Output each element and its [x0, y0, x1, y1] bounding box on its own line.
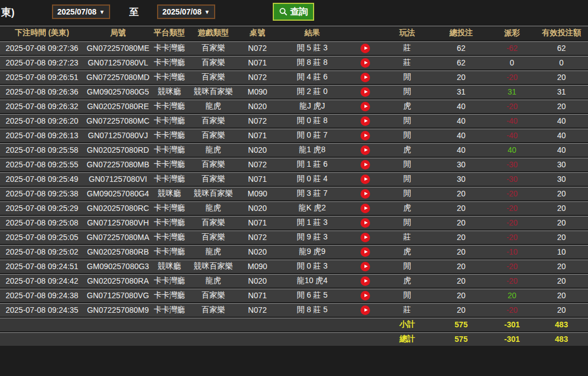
platform-cell: 卡卡灣廳	[152, 158, 187, 172]
col-header-game-type: 遊戲類型	[187, 26, 240, 41]
play-video-button[interactable]	[361, 102, 370, 111]
payout-cell: -20	[489, 187, 535, 201]
play-video-button[interactable]	[361, 145, 370, 155]
play-icon	[364, 206, 368, 210]
table-row: 2025-07-08 09:25:49 GN071257080VI 卡卡灣廳 百…	[0, 172, 588, 187]
replay-cell	[349, 260, 381, 274]
replay-cell	[349, 41, 381, 56]
table-no-cell: M090	[240, 85, 275, 100]
game-type-cell: 競咪百家樂	[187, 187, 240, 201]
play-video-button[interactable]	[361, 73, 370, 82]
play-video-button[interactable]	[361, 189, 370, 199]
payout-cell: -20	[489, 70, 535, 85]
payout-cell: 0	[489, 56, 535, 70]
bet-records-table: 下注時間 (美東) 局號 平台類型 遊戲類型 桌號 結果 玩法 總投注 派彩 有…	[0, 26, 588, 347]
bet-type-cell: 閒	[381, 289, 433, 303]
subtotal-valid-bet: 483	[535, 318, 588, 332]
play-icon	[364, 177, 368, 181]
game-type-cell: 百家樂	[187, 114, 240, 129]
bet-time-cell: 2025-07-08 09:24:42	[0, 274, 84, 289]
table-no-cell: N072	[240, 158, 275, 172]
result-cell: 閒 0 莊 7	[275, 129, 349, 143]
platform-cell: 競咪廳	[152, 260, 187, 274]
bet-type-cell: 虎	[381, 201, 433, 216]
round-id-cell: GN071257080VL	[84, 56, 152, 70]
valid-bet-cell: 40	[535, 114, 588, 129]
result-cell: 龍K 虎2	[275, 201, 349, 216]
table-row: 2025-07-08 09:25:08 GN071257080VH 卡卡灣廳 百…	[0, 216, 588, 231]
table-row: 2025-07-08 09:25:02 GN020257080RB 卡卡灣廳 龍…	[0, 245, 588, 260]
replay-cell	[349, 201, 381, 216]
play-icon	[364, 90, 368, 93]
date-from-picker[interactable]: 2025/07/08 ▼	[52, 4, 110, 19]
game-type-cell: 競咪百家樂	[187, 260, 240, 274]
round-id-cell: GN020257080RD	[84, 143, 152, 158]
payout-cell: 31	[489, 85, 535, 100]
bet-time-cell: 2025-07-08 09:25:08	[0, 216, 84, 231]
valid-bet-cell: 20	[535, 231, 588, 245]
play-icon	[364, 134, 368, 137]
platform-cell: 卡卡灣廳	[152, 303, 187, 318]
play-icon	[364, 192, 368, 195]
game-type-cell: 龍虎	[187, 100, 240, 114]
play-video-button[interactable]	[361, 175, 370, 184]
payout-cell: -20	[489, 260, 535, 274]
total-bet-cell: 20	[433, 245, 489, 260]
query-button[interactable]: 查詢	[273, 3, 314, 21]
table-no-cell: N020	[240, 245, 275, 260]
table-no-cell: N072	[240, 231, 275, 245]
round-id-cell: GN020257080RA	[84, 274, 152, 289]
round-id-cell: GN020257080RE	[84, 100, 152, 114]
table-row: 2025-07-08 09:25:29 GN020257080RC 卡卡灣廳 龍…	[0, 201, 588, 216]
play-icon	[364, 279, 368, 283]
play-video-button[interactable]	[361, 131, 370, 140]
chevron-down-icon: ▼	[99, 9, 105, 15]
platform-cell: 卡卡灣廳	[152, 172, 187, 187]
play-video-button[interactable]	[361, 262, 370, 271]
play-video-button[interactable]	[361, 44, 370, 53]
play-video-button[interactable]	[361, 233, 370, 242]
platform-cell: 卡卡灣廳	[152, 216, 187, 231]
bet-time-cell: 2025-07-08 09:25:05	[0, 231, 84, 245]
game-type-cell: 龍虎	[187, 245, 240, 260]
game-type-cell: 百家樂	[187, 172, 240, 187]
play-video-button[interactable]	[361, 276, 370, 286]
play-video-button[interactable]	[361, 87, 370, 97]
table-row: 2025-07-08 09:25:38 GM090257080G4 競咪廳 競咪…	[0, 187, 588, 201]
play-video-button[interactable]	[361, 160, 370, 170]
table-no-cell: N020	[240, 143, 275, 158]
total-bet-cell: 62	[433, 41, 489, 56]
subtotal-payout: -301	[489, 318, 535, 332]
col-header-result: 結果	[275, 26, 349, 41]
replay-cell	[349, 129, 381, 143]
round-id-cell: GM090257080G3	[84, 260, 152, 274]
bet-time-cell: 2025-07-08 09:26:36	[0, 85, 84, 100]
round-id-cell: GN072257080M9	[84, 303, 152, 318]
col-header-valid-bet: 有效投注額	[535, 26, 588, 41]
result-cell: 閒 6 莊 5	[275, 289, 349, 303]
play-video-button[interactable]	[361, 306, 370, 315]
game-type-cell: 龍虎	[187, 274, 240, 289]
play-video-button[interactable]	[361, 204, 370, 213]
result-cell: 閒 5 莊 3	[275, 41, 349, 56]
play-video-button[interactable]	[361, 291, 370, 300]
play-video-button[interactable]	[361, 218, 370, 228]
valid-bet-cell: 62	[535, 41, 588, 56]
play-icon	[364, 308, 368, 312]
total-bet-cell: 30	[433, 172, 489, 187]
total-bet-cell: 20	[433, 274, 489, 289]
bet-time-cell: 2025-07-08 09:25:49	[0, 172, 84, 187]
payout-cell: -30	[489, 158, 535, 172]
payout-cell: 20	[489, 289, 535, 303]
result-cell: 閒 4 莊 6	[275, 70, 349, 85]
date-to-picker[interactable]: 2025/07/08 ▼	[157, 4, 215, 19]
play-video-button[interactable]	[361, 247, 370, 257]
table-row: 2025-07-08 09:26:36 GM090257080G5 競咪廳 競咪…	[0, 85, 588, 100]
subtotal-row: 小計 575 -301 483	[0, 318, 588, 332]
result-cell: 閒 3 莊 7	[275, 187, 349, 201]
play-video-button[interactable]	[361, 116, 370, 126]
play-icon	[364, 61, 368, 64]
valid-bet-cell: 20	[535, 216, 588, 231]
play-video-button[interactable]	[361, 58, 370, 68]
result-cell: 閒 0 莊 4	[275, 172, 349, 187]
